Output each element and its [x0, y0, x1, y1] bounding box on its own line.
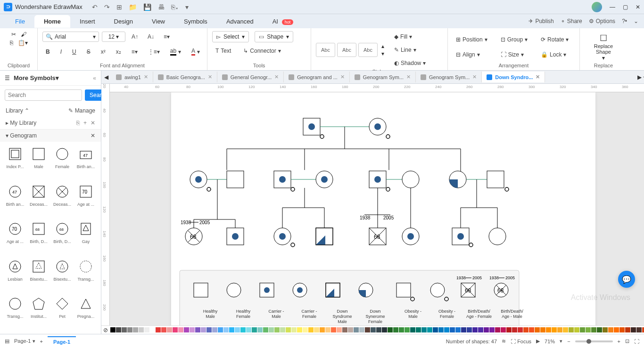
color-swatch[interactable]: [529, 327, 534, 332]
color-swatch[interactable]: [190, 327, 195, 332]
color-swatch[interactable]: [235, 327, 240, 332]
line-spacing-icon[interactable]: ≡▾: [160, 31, 173, 42]
color-swatch[interactable]: [308, 327, 314, 332]
color-swatch[interactable]: [489, 327, 495, 332]
manage-button[interactable]: ✎ Manage: [68, 107, 95, 114]
color-swatch[interactable]: [642, 327, 644, 332]
color-swatch[interactable]: [150, 327, 155, 332]
export-icon[interactable]: ⎘▾: [171, 3, 179, 11]
color-swatch[interactable]: [371, 327, 376, 332]
color-swatch[interactable]: [376, 327, 381, 332]
color-swatch[interactable]: [631, 327, 636, 332]
print-icon[interactable]: 🖶: [158, 3, 165, 11]
user-avatar[interactable]: [592, 2, 602, 12]
color-swatch[interactable]: [263, 327, 268, 332]
focus-button[interactable]: ⛶ Focus: [511, 339, 531, 344]
paste-icon[interactable]: 📋▾: [18, 40, 28, 46]
tab-close-icon[interactable]: ✕: [144, 74, 148, 80]
color-swatch[interactable]: [405, 327, 410, 332]
color-swatch[interactable]: [240, 327, 246, 332]
font-color-icon[interactable]: A▾: [188, 45, 203, 58]
select-tool[interactable]: ▻ Select ▾: [212, 31, 249, 42]
color-swatch[interactable]: [467, 327, 472, 332]
font-size-select[interactable]: 12 ▾: [102, 32, 125, 42]
symbol-item[interactable]: Institut...: [27, 295, 50, 330]
superscript-button[interactable]: x²: [98, 46, 109, 57]
cut-icon[interactable]: ✂: [11, 31, 16, 38]
zoom-in-icon[interactable]: +: [618, 339, 620, 344]
color-swatch[interactable]: [450, 327, 455, 332]
shape-tool[interactable]: ▭ Shape ▾: [255, 31, 293, 42]
color-swatch[interactable]: [552, 327, 557, 332]
menu-advanced[interactable]: Advanced: [217, 15, 263, 28]
bold-button[interactable]: B: [42, 46, 53, 57]
symbol-item[interactable]: Transg...: [74, 258, 97, 293]
color-swatch[interactable]: [535, 327, 540, 332]
lock-button[interactable]: 🔒 Lock▾: [537, 49, 572, 60]
minimize-button[interactable]: —: [610, 4, 615, 10]
lib-import-icon[interactable]: ⎘: [76, 120, 80, 126]
underline-button[interactable]: U: [69, 46, 80, 57]
zoom-dropdown-icon[interactable]: ▾: [560, 338, 562, 344]
publish-button[interactable]: ✈ Publish: [528, 18, 553, 24]
color-swatch[interactable]: [303, 327, 308, 332]
color-swatch[interactable]: [122, 327, 127, 332]
color-swatch[interactable]: [636, 327, 642, 332]
color-swatch[interactable]: [540, 327, 545, 332]
align-left-icon[interactable]: ≡▾: [128, 46, 141, 57]
my-library-item[interactable]: ▸ My Library: [6, 120, 36, 126]
drawing-page[interactable]: 1938 2005 1938: [171, 92, 595, 325]
rotate-button[interactable]: ⟳ Rotate▾: [537, 34, 572, 45]
library-dropdown[interactable]: Library ⌃: [6, 107, 29, 114]
options-button[interactable]: ⚙ Options: [589, 18, 615, 24]
color-swatch[interactable]: [342, 327, 347, 332]
tab-scroll-left-icon[interactable]: ◀: [101, 74, 111, 81]
zoom-out-icon[interactable]: −: [567, 339, 570, 344]
decrease-font-icon[interactable]: A↓: [144, 31, 157, 42]
style-down-icon[interactable]: ▾: [381, 50, 384, 57]
symbol-item[interactable]: Bisextu...: [27, 258, 50, 293]
color-swatch[interactable]: [484, 327, 489, 332]
symbol-item[interactable]: Transg...: [4, 295, 26, 330]
open-icon[interactable]: 📁: [129, 3, 137, 11]
color-swatch[interactable]: [184, 327, 189, 332]
color-swatch[interactable]: [314, 327, 319, 332]
more-icon[interactable]: ▾: [185, 3, 189, 11]
color-swatch[interactable]: [116, 327, 121, 332]
color-swatch[interactable]: [506, 327, 512, 332]
layers-icon[interactable]: ≋: [502, 338, 506, 344]
connector-tool[interactable]: ↳ Connector ▾: [240, 45, 284, 57]
symbol-item[interactable]: 68Birth, D...: [27, 220, 50, 255]
color-swatch[interactable]: [625, 327, 630, 332]
color-swatch[interactable]: [359, 327, 364, 332]
symbol-item[interactable]: 47Birth an...: [74, 146, 97, 180]
new-icon[interactable]: ⊞: [116, 3, 122, 11]
color-swatch[interactable]: [569, 327, 574, 332]
color-swatch[interactable]: [167, 327, 172, 332]
style-preset-3[interactable]: Abc: [358, 43, 378, 57]
color-swatch[interactable]: [201, 327, 206, 332]
symbol-item[interactable]: Deceas...: [27, 183, 50, 218]
share-button[interactable]: ⚬ Share: [561, 18, 582, 24]
color-swatch[interactable]: [608, 327, 613, 332]
zoom-slider[interactable]: [575, 340, 613, 342]
position-button[interactable]: ⊞ Position▾: [453, 34, 491, 45]
color-swatch[interactable]: [574, 327, 579, 332]
color-swatch[interactable]: [546, 327, 551, 332]
color-swatch[interactable]: [455, 327, 461, 332]
add-page-icon[interactable]: +: [40, 339, 43, 344]
bullets-icon[interactable]: ⋮≡▾: [145, 46, 163, 57]
color-swatch[interactable]: [133, 327, 138, 332]
menu-ai[interactable]: AI hot: [263, 15, 303, 28]
notification-icon[interactable]: ?•: [622, 18, 627, 24]
canvas-scroll[interactable]: 1938 2005 1938: [110, 92, 644, 325]
text-tool[interactable]: T Text: [212, 45, 234, 57]
menu-file[interactable]: File: [6, 15, 34, 28]
symbol-item[interactable]: Pregna...: [74, 295, 97, 330]
line-button[interactable]: ✎ Line▾: [391, 44, 429, 56]
color-swatch[interactable]: [393, 327, 398, 332]
color-swatch[interactable]: [478, 327, 483, 332]
menu-view[interactable]: View: [142, 15, 174, 28]
strikethrough-button[interactable]: S: [83, 46, 94, 57]
color-swatch[interactable]: [461, 327, 466, 332]
